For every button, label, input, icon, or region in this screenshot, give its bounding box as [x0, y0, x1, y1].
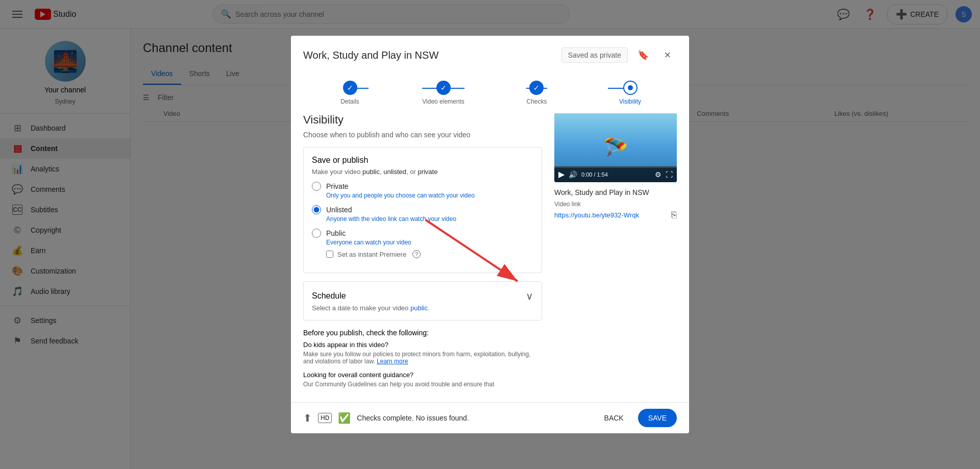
back-button[interactable]: BACK — [596, 410, 632, 426]
visibility-title: Visibility — [303, 113, 542, 127]
schedule-title: Schedule — [312, 291, 346, 301]
step-label-details: Details — [340, 98, 359, 105]
modal-right: 🪂 ▶ 🔊 0:00 / 1:54 ⚙ ⛶ — [554, 113, 677, 394]
step-visibility: Visibility — [583, 81, 677, 105]
step-checks: ✓ Checks — [490, 81, 583, 105]
modal-header: Work, Study and Play in NSW Saved as pri… — [291, 36, 689, 72]
radio-private[interactable] — [312, 182, 321, 191]
radio-label-private: Private — [326, 182, 349, 190]
saved-badge: Saved as private — [561, 47, 628, 63]
step-video-elements: ✓ Video elements — [397, 81, 490, 105]
instant-premiere-row: Set as instant Premiere ? — [326, 250, 533, 258]
radio-desc-public: Everyone can watch your video — [326, 239, 533, 246]
check-content-desc: Our Community Guidelines can help you av… — [303, 381, 542, 388]
schedule-header: Schedule ∨ — [312, 290, 533, 302]
before-publish-title: Before you publish, check the following: — [303, 329, 542, 337]
option-unlisted: Unlisted Anyone with the video link can … — [312, 205, 533, 223]
check-kids-title: Do kids appear in this video? — [303, 341, 542, 349]
video-preview: 🪂 ▶ 🔊 0:00 / 1:54 ⚙ ⛶ — [554, 113, 677, 182]
radio-row-private: Private — [312, 182, 533, 191]
radio-desc-unlisted: Anyone with the video link can watch you… — [326, 215, 533, 223]
modal-left: Visibility Choose when to publish and wh… — [303, 113, 542, 394]
save-publish-box: Save or publish Make your video public, … — [303, 147, 542, 273]
steps: ✓ Details ✓ Video elements — [291, 72, 689, 113]
check-icon-3: ✓ — [533, 84, 540, 92]
fullscreen-button[interactable]: ⛶ — [666, 170, 673, 179]
radio-row-unlisted: Unlisted — [312, 205, 533, 214]
step-circle-details: ✓ — [343, 81, 357, 95]
modal-body: Visibility Choose when to publish and wh… — [291, 113, 689, 402]
radio-row-public: Public — [312, 229, 533, 238]
radio-public[interactable] — [312, 229, 321, 238]
modal-header-right: Saved as private 🔖 × — [561, 46, 677, 64]
save-publish-title: Save or publish — [312, 156, 533, 165]
check-content-title: Looking for overall content guidance? — [303, 371, 542, 379]
save-button[interactable]: SAVE — [638, 409, 677, 427]
video-settings-button[interactable]: ⚙ — [655, 170, 662, 179]
check-kids-desc: Make sure you follow our policies to pro… — [303, 351, 542, 365]
checks-complete-icon: ✅ — [338, 412, 351, 424]
check-icon-2: ✓ — [440, 84, 447, 92]
radio-desc-private: Only you and people you choose can watch… — [326, 192, 533, 199]
upload-icon[interactable]: ⬆ — [303, 412, 312, 424]
hd-badge: HD — [318, 413, 332, 423]
modal: Work, Study and Play in NSW Saved as pri… — [291, 36, 689, 433]
video-title-preview: Work, Study and Play in NSW — [554, 188, 677, 196]
check-icon: ✓ — [347, 84, 353, 92]
time-display: 0:00 / 1:54 — [581, 171, 608, 178]
instant-premiere-label: Set as instant Premiere — [337, 251, 406, 258]
volume-button[interactable]: 🔊 — [569, 170, 577, 179]
modal-title: Work, Study and Play in NSW — [303, 50, 438, 61]
video-link-label: Video link — [554, 201, 677, 208]
step-circle-visibility — [623, 81, 638, 95]
option-public: Public Everyone can watch your video Set… — [312, 229, 533, 258]
video-link[interactable]: https://youtu.be/yte932-Wrqk — [554, 211, 667, 219]
copy-link-button[interactable]: ⎘ — [671, 210, 677, 220]
visibility-subtitle: Choose when to publish and who can see y… — [303, 131, 542, 139]
learn-more-link[interactable]: Learn more — [377, 358, 408, 365]
checks-status: Checks complete. No issues found. — [357, 414, 469, 422]
save-publish-desc: Make your video public, unlisted, or pri… — [312, 168, 533, 176]
check-item-content: Looking for overall content guidance? Ou… — [303, 371, 542, 388]
skydivers-illustration: 🪂 — [603, 136, 628, 160]
footer-icons: ⬆ HD ✅ Checks complete. No issues found. — [303, 412, 469, 424]
premiere-help-icon[interactable]: ? — [412, 250, 421, 258]
video-controls: ▶ 🔊 0:00 / 1:54 ⚙ ⛶ — [554, 166, 677, 182]
step-details: ✓ Details — [303, 81, 397, 105]
step-circle-video-elements: ✓ — [436, 81, 451, 95]
schedule-box[interactable]: Schedule ∨ Select a date to make your vi… — [303, 281, 542, 320]
chevron-icon: ∨ — [526, 290, 533, 302]
modal-overlay[interactable]: Work, Study and Play in NSW Saved as pri… — [0, 0, 980, 469]
step-label-video-elements: Video elements — [422, 98, 464, 105]
step-label-visibility: Visibility — [619, 98, 641, 105]
play-button[interactable]: ▶ — [558, 169, 565, 179]
step-circle-checks: ✓ — [529, 81, 544, 95]
option-private: Private Only you and people you choose c… — [312, 182, 533, 199]
video-link-row: https://youtu.be/yte932-Wrqk ⎘ — [554, 210, 677, 220]
instant-premiere-checkbox[interactable] — [326, 251, 333, 258]
step-label-checks: Checks — [526, 98, 547, 105]
check-item-kids: Do kids appear in this video? Make sure … — [303, 341, 542, 365]
modal-footer: ⬆ HD ✅ Checks complete. No issues found.… — [291, 402, 689, 433]
before-publish-section: Before you publish, check the following:… — [303, 329, 542, 388]
radio-label-public: Public — [326, 229, 346, 237]
bookmark-button[interactable]: 🔖 — [634, 46, 652, 64]
radio-label-unlisted: Unlisted — [326, 206, 352, 214]
video-thumbnail: 🪂 ▶ 🔊 0:00 / 1:54 ⚙ ⛶ — [554, 113, 677, 182]
radio-unlisted[interactable] — [312, 205, 321, 214]
close-button[interactable]: × — [658, 46, 677, 64]
schedule-desc: Select a date to make your video public. — [312, 304, 533, 312]
